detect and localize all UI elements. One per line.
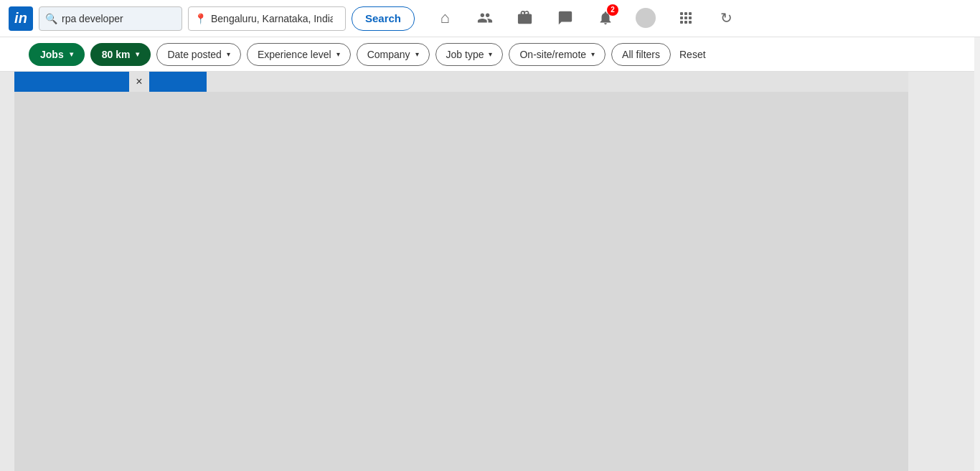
reset-button[interactable]: Reset: [679, 49, 706, 60]
distance-filter-button[interactable]: 80 km ▾: [90, 43, 151, 66]
date-posted-filter-button[interactable]: Date posted ▾: [156, 43, 241, 66]
home-icon: ⌂: [440, 10, 449, 26]
right-sidebar: [908, 72, 980, 471]
nav-notifications[interactable]: 2: [587, 0, 624, 37]
left-sidebar: [0, 72, 14, 471]
experience-level-filter-button[interactable]: Experience level ▾: [247, 43, 351, 66]
on-site-remote-chevron-icon: ▾: [591, 50, 595, 58]
main-area: ×: [0, 72, 980, 471]
jobs-chevron-icon: ▾: [70, 50, 73, 58]
location-input[interactable]: [211, 13, 333, 24]
company-chevron-icon: ▾: [415, 50, 419, 58]
search-input[interactable]: [62, 13, 162, 24]
experience-level-chevron-icon: ▾: [336, 50, 340, 58]
linkedin-logo[interactable]: in: [9, 6, 33, 31]
close-button[interactable]: ×: [129, 72, 149, 92]
top-navigation: in 🔍 📍 Search ⌂: [0, 0, 980, 37]
nav-home[interactable]: ⌂: [426, 0, 463, 37]
page-scrollbar[interactable]: [974, 0, 980, 471]
search-box: 🔍: [39, 6, 182, 31]
distance-chevron-icon: ▾: [136, 50, 139, 58]
all-filters-button[interactable]: All filters: [611, 43, 671, 66]
nav-network[interactable]: [466, 0, 504, 37]
filter-bar: Jobs ▾ 80 km ▾ Date posted ▾ Experience …: [0, 37, 980, 72]
top-strip: ×: [14, 72, 908, 92]
refresh-icon: ↻: [720, 11, 732, 25]
date-posted-label: Date posted: [167, 49, 222, 60]
on-site-remote-label: On-site/remote: [519, 49, 586, 60]
nav-work[interactable]: [667, 0, 705, 37]
jobs-icon: [517, 10, 533, 26]
nav-refresh[interactable]: ↻: [707, 0, 745, 37]
nav-icons: ⌂ 2: [426, 0, 745, 37]
blue-panel-left: [14, 72, 129, 92]
avatar: [636, 8, 656, 28]
messaging-icon: [557, 10, 573, 26]
blue-panel-right: [149, 72, 207, 92]
nav-jobs[interactable]: [507, 0, 544, 37]
center-content: ×: [14, 72, 908, 471]
job-type-label: Job type: [446, 49, 484, 60]
gray-content-area: [14, 92, 908, 471]
location-box: 📍: [188, 6, 346, 31]
notification-badge: 2: [607, 4, 618, 16]
jobs-filter-button[interactable]: Jobs ▾: [29, 43, 85, 66]
date-posted-chevron-icon: ▾: [227, 50, 230, 58]
network-icon: [477, 10, 493, 26]
on-site-remote-filter-button[interactable]: On-site/remote ▾: [509, 43, 606, 66]
company-filter-button[interactable]: Company ▾: [357, 43, 430, 66]
jobs-filter-label: Jobs: [40, 49, 64, 60]
search-button[interactable]: Search: [352, 6, 415, 31]
search-icon: 🔍: [45, 13, 57, 24]
all-filters-label: All filters: [622, 49, 660, 60]
grid-icon: [680, 12, 692, 24]
distance-filter-label: 80 km: [102, 49, 131, 60]
nav-messaging[interactable]: [547, 0, 584, 37]
experience-level-label: Experience level: [258, 49, 331, 60]
job-type-chevron-icon: ▾: [489, 50, 492, 58]
nav-me[interactable]: [627, 0, 664, 37]
job-type-filter-button[interactable]: Job type ▾: [435, 43, 504, 66]
company-label: Company: [367, 49, 410, 60]
location-pin-icon: 📍: [194, 13, 207, 24]
